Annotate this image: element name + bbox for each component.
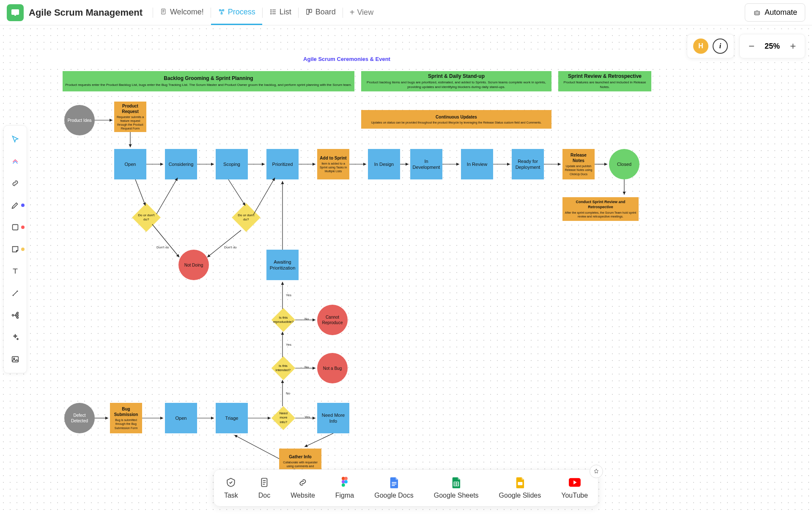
tool-link[interactable] bbox=[7, 173, 24, 193]
dock-gdocs[interactable]: Google Docs bbox=[374, 476, 414, 499]
node-label: In Design bbox=[374, 161, 394, 167]
tool-select[interactable] bbox=[7, 129, 24, 149]
dock-label: Google Docs bbox=[374, 492, 414, 499]
tab-process[interactable]: Process bbox=[211, 0, 262, 25]
node-defect[interactable]: Defect Detected bbox=[64, 403, 95, 433]
pin-button[interactable] bbox=[590, 465, 603, 478]
tool-connector[interactable] bbox=[7, 283, 24, 303]
node-ready-deploy[interactable]: Ready for Deployment bbox=[512, 149, 544, 179]
tab-label: Welcome! bbox=[170, 8, 204, 17]
dock-task[interactable]: Task bbox=[224, 476, 238, 499]
pin-icon bbox=[593, 468, 599, 474]
dock-gsheets[interactable]: Google Sheets bbox=[434, 476, 479, 499]
header-sprint[interactable]: Sprint & Daily Stand-up Product backlog … bbox=[361, 71, 551, 91]
node-bug-submission[interactable]: Bug Submission Bug is submitted through … bbox=[110, 403, 142, 433]
node-need-more[interactable]: Need More Info bbox=[317, 403, 349, 433]
svg-rect-1 bbox=[14, 15, 16, 16]
svg-rect-16 bbox=[12, 357, 19, 362]
node-retro[interactable]: Conduct Sprint Review and Retrospective … bbox=[562, 197, 639, 221]
header: Agile Scrum Management Welcome! Process … bbox=[0, 0, 812, 25]
tool-shape[interactable] bbox=[7, 217, 24, 237]
node-label: Triage bbox=[225, 415, 239, 421]
node-decision-1[interactable]: Do or don't do? bbox=[132, 203, 161, 232]
node-open[interactable]: Open bbox=[114, 149, 146, 179]
tool-text[interactable] bbox=[7, 261, 24, 281]
node-cannot-reproduce[interactable]: Cannot Reproduce bbox=[317, 305, 348, 335]
node-intended[interactable]: Is this intended? bbox=[272, 356, 296, 380]
svg-point-3 bbox=[271, 10, 272, 11]
plus-icon: + bbox=[350, 8, 355, 17]
automate-button[interactable]: Automate bbox=[745, 3, 805, 22]
node-not-doing[interactable]: Not Doing bbox=[178, 250, 209, 280]
header-title: Sprint Review & Retrospective bbox=[568, 73, 642, 80]
canvas[interactable]: Agile Scrum Ceremonies & Event Backlog G… bbox=[0, 25, 812, 515]
dock-website[interactable]: Website bbox=[291, 476, 315, 499]
node-reproducible[interactable]: Is this reproducible? bbox=[272, 308, 296, 332]
node-product-idea[interactable]: Product Idea bbox=[64, 105, 95, 135]
dock-youtube[interactable]: YouTube bbox=[561, 476, 588, 499]
dock-gslides[interactable]: Google Slides bbox=[499, 476, 541, 499]
app-title: Agile Scrum Management bbox=[29, 7, 143, 18]
header-backlog[interactable]: Backlog Grooming & Sprint Planning Produ… bbox=[63, 71, 354, 91]
node-considering[interactable]: Considering bbox=[165, 149, 197, 179]
text-icon bbox=[11, 267, 20, 276]
svg-rect-7 bbox=[309, 9, 311, 13]
svg-point-14 bbox=[17, 314, 19, 316]
node-open-bug[interactable]: Open bbox=[165, 403, 197, 433]
svg-point-10 bbox=[758, 13, 759, 14]
node-closed[interactable]: Closed bbox=[609, 149, 639, 179]
tab-list[interactable]: List bbox=[263, 0, 298, 25]
node-decision-2[interactable]: Do or don't do? bbox=[232, 203, 261, 232]
tool-pen[interactable] bbox=[7, 195, 24, 215]
zoom-out-button[interactable]: − bbox=[746, 40, 757, 52]
zoom-in-button[interactable]: + bbox=[787, 40, 799, 52]
node-label: Is this reproducible? bbox=[273, 316, 294, 325]
edge-label: No bbox=[304, 365, 309, 369]
node-prioritized[interactable]: Prioritized bbox=[266, 149, 299, 179]
user-info-box: H i bbox=[687, 34, 734, 58]
node-in-review[interactable]: In Review bbox=[461, 149, 493, 179]
tool-image[interactable] bbox=[7, 349, 24, 369]
node-sub: After the sprint completes, the Scrum Te… bbox=[564, 211, 637, 218]
node-sub: Updates on status can be provided throug… bbox=[371, 121, 542, 124]
svg-rect-8 bbox=[754, 11, 760, 14]
svg-point-22 bbox=[344, 480, 348, 484]
svg-rect-24 bbox=[392, 482, 396, 483]
dock-label: Google Slides bbox=[499, 492, 541, 499]
edge-label: No bbox=[286, 391, 290, 395]
square-icon bbox=[11, 223, 20, 232]
tool-clickup[interactable] bbox=[7, 151, 24, 171]
dock-figma[interactable]: Figma bbox=[335, 476, 354, 499]
edge-label: Yes bbox=[286, 293, 291, 297]
tool-mindmap[interactable] bbox=[7, 305, 24, 325]
dock-doc[interactable]: Doc bbox=[258, 476, 270, 499]
edge-label: Don't do bbox=[156, 245, 169, 249]
node-not-bug[interactable]: Not a Bug bbox=[317, 353, 348, 383]
avatar[interactable]: H bbox=[693, 39, 708, 54]
node-add-sprint[interactable]: Add to Sprint Item is added to a Sprint … bbox=[317, 149, 349, 179]
automate-label: Automate bbox=[765, 8, 797, 17]
continuous-updates[interactable]: Continuous Updates Updates on status can… bbox=[361, 110, 551, 129]
node-label: Not Doing bbox=[184, 262, 203, 268]
header-review[interactable]: Sprint Review & Retrospective Product fe… bbox=[558, 71, 651, 91]
node-triage[interactable]: Triage bbox=[216, 403, 248, 433]
node-release-notes[interactable]: Release Notes Update and publish Release… bbox=[562, 149, 595, 179]
node-scoping[interactable]: Scoping bbox=[216, 149, 248, 179]
tool-ai[interactable] bbox=[7, 327, 24, 347]
tab-welcome[interactable]: Welcome! bbox=[153, 0, 211, 25]
header-sub: Product backlog items and bugs are prior… bbox=[363, 80, 550, 89]
node-product-request[interactable]: Product Request Requester submits a feat… bbox=[114, 102, 146, 132]
info-button[interactable]: i bbox=[713, 39, 728, 54]
node-label: Defect Detected bbox=[66, 413, 93, 424]
node-label: Closed bbox=[617, 161, 631, 167]
tool-sticky[interactable] bbox=[7, 239, 24, 259]
node-more-info[interactable]: Need more info? bbox=[272, 406, 296, 430]
link-icon bbox=[11, 179, 20, 188]
node-title: Gather Info bbox=[289, 454, 311, 460]
node-in-design[interactable]: In Design bbox=[368, 149, 400, 179]
node-in-dev[interactable]: In Development bbox=[410, 149, 442, 179]
tab-board[interactable]: Board bbox=[299, 0, 343, 25]
node-label: Awaiting Prioritization bbox=[268, 259, 297, 271]
node-awaiting[interactable]: Awaiting Prioritization bbox=[266, 250, 299, 280]
add-view-button[interactable]: + View bbox=[343, 8, 380, 17]
